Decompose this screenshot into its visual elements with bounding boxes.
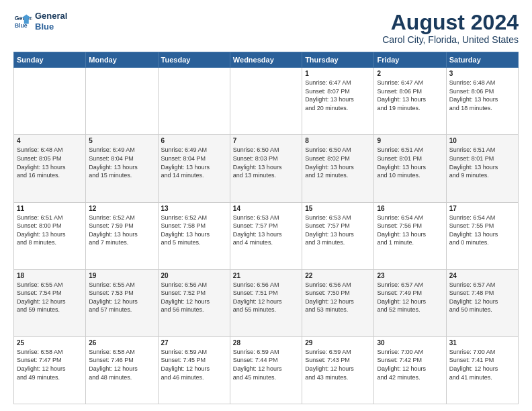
calendar-table: SundayMondayTuesdayWednesdayThursdayFrid… bbox=[13, 52, 519, 404]
day-number: 8 bbox=[305, 137, 371, 144]
calendar-cell: 27Sunrise: 6:59 AM Sunset: 7:45 PM Dayli… bbox=[158, 336, 230, 404]
cell-content: Sunrise: 6:54 AM Sunset: 7:56 PM Dayligh… bbox=[377, 214, 443, 247]
calendar-cell: 22Sunrise: 6:56 AM Sunset: 7:50 PM Dayli… bbox=[302, 269, 374, 336]
calendar-cell bbox=[158, 68, 230, 135]
day-number: 27 bbox=[161, 339, 227, 347]
calendar-cell: 2Sunrise: 6:47 AM Sunset: 8:06 PM Daylig… bbox=[374, 68, 446, 135]
calendar-cell bbox=[86, 68, 158, 135]
cell-content: Sunrise: 6:47 AM Sunset: 8:07 PM Dayligh… bbox=[305, 79, 371, 112]
cell-content: Sunrise: 6:48 AM Sunset: 8:05 PM Dayligh… bbox=[17, 146, 83, 179]
calendar-cell: 16Sunrise: 6:54 AM Sunset: 7:56 PM Dayli… bbox=[374, 202, 446, 269]
day-number: 23 bbox=[377, 272, 443, 279]
day-number: 16 bbox=[377, 205, 443, 212]
week-row-4: 18Sunrise: 6:55 AM Sunset: 7:54 PM Dayli… bbox=[14, 269, 519, 336]
day-number: 14 bbox=[233, 205, 299, 212]
week-row-2: 4Sunrise: 6:48 AM Sunset: 8:05 PM Daylig… bbox=[14, 135, 519, 202]
cell-content: Sunrise: 6:50 AM Sunset: 8:02 PM Dayligh… bbox=[305, 146, 371, 179]
logo: General Blue General Blue bbox=[13, 11, 67, 32]
svg-text:General: General bbox=[15, 15, 32, 21]
cell-content: Sunrise: 6:48 AM Sunset: 8:06 PM Dayligh… bbox=[449, 79, 515, 112]
calendar-cell: 28Sunrise: 6:59 AM Sunset: 7:44 PM Dayli… bbox=[230, 336, 302, 404]
day-number: 22 bbox=[305, 272, 371, 279]
cell-content: Sunrise: 6:57 AM Sunset: 7:49 PM Dayligh… bbox=[377, 281, 443, 314]
day-number: 28 bbox=[233, 339, 299, 347]
calendar-cell: 26Sunrise: 6:58 AM Sunset: 7:46 PM Dayli… bbox=[86, 336, 158, 404]
calendar-cell bbox=[14, 68, 86, 135]
weekday-saturday: Saturday bbox=[446, 52, 518, 68]
cell-content: Sunrise: 6:59 AM Sunset: 7:45 PM Dayligh… bbox=[161, 348, 227, 381]
header: General Blue General Blue August 2024 Ca… bbox=[13, 11, 519, 45]
cell-content: Sunrise: 6:49 AM Sunset: 8:04 PM Dayligh… bbox=[89, 146, 154, 179]
page: General Blue General Blue August 2024 Ca… bbox=[0, 0, 532, 411]
day-number: 26 bbox=[89, 339, 154, 347]
day-number: 5 bbox=[89, 137, 154, 144]
calendar-cell: 20Sunrise: 6:56 AM Sunset: 7:52 PM Dayli… bbox=[158, 269, 230, 336]
week-row-5: 25Sunrise: 6:58 AM Sunset: 7:47 PM Dayli… bbox=[14, 336, 519, 404]
weekday-monday: Monday bbox=[86, 52, 158, 68]
calendar-cell: 30Sunrise: 7:00 AM Sunset: 7:42 PM Dayli… bbox=[374, 336, 446, 404]
calendar-cell: 12Sunrise: 6:52 AM Sunset: 7:59 PM Dayli… bbox=[86, 202, 158, 269]
day-number: 2 bbox=[377, 70, 443, 77]
calendar-cell: 17Sunrise: 6:54 AM Sunset: 7:55 PM Dayli… bbox=[446, 202, 518, 269]
day-number: 9 bbox=[377, 137, 443, 144]
cell-content: Sunrise: 6:53 AM Sunset: 7:57 PM Dayligh… bbox=[233, 214, 299, 247]
cell-content: Sunrise: 6:52 AM Sunset: 7:59 PM Dayligh… bbox=[89, 214, 154, 247]
cell-content: Sunrise: 6:59 AM Sunset: 7:44 PM Dayligh… bbox=[233, 348, 299, 381]
cell-content: Sunrise: 6:55 AM Sunset: 7:54 PM Dayligh… bbox=[17, 281, 83, 314]
cell-content: Sunrise: 6:56 AM Sunset: 7:51 PM Dayligh… bbox=[233, 281, 299, 314]
cell-content: Sunrise: 6:59 AM Sunset: 7:43 PM Dayligh… bbox=[305, 348, 371, 381]
calendar-cell: 13Sunrise: 6:52 AM Sunset: 7:58 PM Dayli… bbox=[158, 202, 230, 269]
calendar-cell: 10Sunrise: 6:51 AM Sunset: 8:01 PM Dayli… bbox=[446, 135, 518, 202]
cell-content: Sunrise: 6:49 AM Sunset: 8:04 PM Dayligh… bbox=[161, 146, 227, 179]
day-number: 17 bbox=[449, 205, 515, 212]
day-number: 12 bbox=[89, 205, 154, 212]
calendar-cell: 9Sunrise: 6:51 AM Sunset: 8:01 PM Daylig… bbox=[374, 135, 446, 202]
weekday-friday: Friday bbox=[374, 52, 446, 68]
cell-content: Sunrise: 6:51 AM Sunset: 8:01 PM Dayligh… bbox=[449, 146, 515, 179]
sub-title: Carol City, Florida, United States bbox=[382, 34, 519, 45]
calendar-cell: 31Sunrise: 7:00 AM Sunset: 7:41 PM Dayli… bbox=[446, 336, 518, 404]
calendar-cell: 24Sunrise: 6:57 AM Sunset: 7:48 PM Dayli… bbox=[446, 269, 518, 336]
cell-content: Sunrise: 6:51 AM Sunset: 8:01 PM Dayligh… bbox=[377, 146, 443, 179]
weekday-wednesday: Wednesday bbox=[230, 52, 302, 68]
calendar-cell: 6Sunrise: 6:49 AM Sunset: 8:04 PM Daylig… bbox=[158, 135, 230, 202]
calendar-cell: 14Sunrise: 6:53 AM Sunset: 7:57 PM Dayli… bbox=[230, 202, 302, 269]
day-number: 7 bbox=[233, 137, 299, 144]
logo-icon: General Blue bbox=[13, 12, 32, 31]
calendar-cell: 7Sunrise: 6:50 AM Sunset: 8:03 PM Daylig… bbox=[230, 135, 302, 202]
day-number: 3 bbox=[449, 70, 515, 77]
weekday-header-row: SundayMondayTuesdayWednesdayThursdayFrid… bbox=[14, 52, 519, 68]
week-row-3: 11Sunrise: 6:51 AM Sunset: 8:00 PM Dayli… bbox=[14, 202, 519, 269]
calendar-cell: 3Sunrise: 6:48 AM Sunset: 8:06 PM Daylig… bbox=[446, 68, 518, 135]
calendar-cell: 23Sunrise: 6:57 AM Sunset: 7:49 PM Dayli… bbox=[374, 269, 446, 336]
calendar-cell: 19Sunrise: 6:55 AM Sunset: 7:53 PM Dayli… bbox=[86, 269, 158, 336]
day-number: 18 bbox=[17, 272, 83, 279]
calendar-cell: 5Sunrise: 6:49 AM Sunset: 8:04 PM Daylig… bbox=[86, 135, 158, 202]
day-number: 31 bbox=[449, 339, 515, 347]
cell-content: Sunrise: 6:58 AM Sunset: 7:47 PM Dayligh… bbox=[17, 348, 83, 381]
main-title: August 2024 bbox=[382, 11, 519, 34]
day-number: 4 bbox=[17, 137, 83, 144]
day-number: 1 bbox=[305, 70, 371, 77]
cell-content: Sunrise: 6:54 AM Sunset: 7:55 PM Dayligh… bbox=[449, 214, 515, 247]
day-number: 15 bbox=[305, 205, 371, 212]
cell-content: Sunrise: 6:52 AM Sunset: 7:58 PM Dayligh… bbox=[161, 214, 227, 247]
calendar-cell: 25Sunrise: 6:58 AM Sunset: 7:47 PM Dayli… bbox=[14, 336, 86, 404]
calendar-cell: 11Sunrise: 6:51 AM Sunset: 8:00 PM Dayli… bbox=[14, 202, 86, 269]
cell-content: Sunrise: 6:50 AM Sunset: 8:03 PM Dayligh… bbox=[233, 146, 299, 179]
day-number: 11 bbox=[17, 205, 83, 212]
cell-content: Sunrise: 6:53 AM Sunset: 7:57 PM Dayligh… bbox=[305, 214, 371, 247]
cell-content: Sunrise: 6:58 AM Sunset: 7:46 PM Dayligh… bbox=[89, 348, 154, 381]
weekday-tuesday: Tuesday bbox=[158, 52, 230, 68]
day-number: 24 bbox=[449, 272, 515, 279]
cell-content: Sunrise: 7:00 AM Sunset: 7:41 PM Dayligh… bbox=[449, 348, 515, 381]
logo-text: General Blue bbox=[35, 11, 67, 32]
week-row-1: 1Sunrise: 6:47 AM Sunset: 8:07 PM Daylig… bbox=[14, 68, 519, 135]
title-block: August 2024 Carol City, Florida, United … bbox=[382, 11, 519, 45]
cell-content: Sunrise: 7:00 AM Sunset: 7:42 PM Dayligh… bbox=[377, 348, 443, 381]
calendar-cell: 1Sunrise: 6:47 AM Sunset: 8:07 PM Daylig… bbox=[302, 68, 374, 135]
calendar-cell: 29Sunrise: 6:59 AM Sunset: 7:43 PM Dayli… bbox=[302, 336, 374, 404]
cell-content: Sunrise: 6:56 AM Sunset: 7:50 PM Dayligh… bbox=[305, 281, 371, 314]
cell-content: Sunrise: 6:56 AM Sunset: 7:52 PM Dayligh… bbox=[161, 281, 227, 314]
day-number: 13 bbox=[161, 205, 227, 212]
